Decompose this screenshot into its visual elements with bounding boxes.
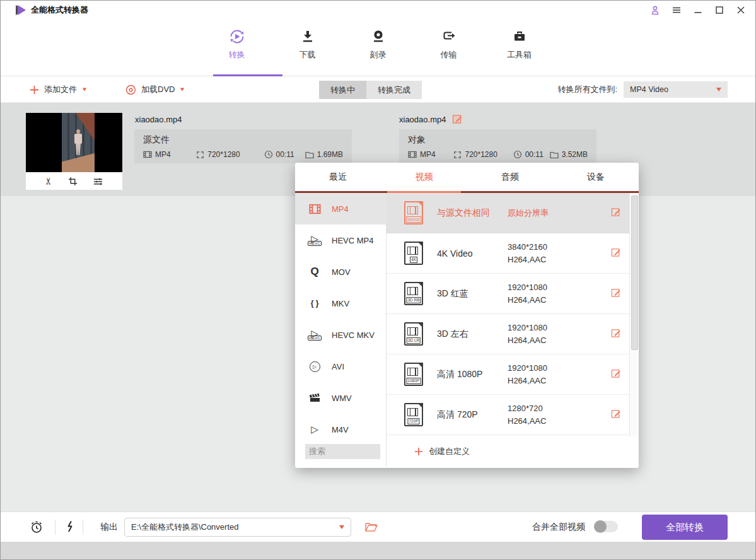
high-speed-icon[interactable] xyxy=(64,520,75,533)
target-info-box: 对象 MP4 720*1280 00:11 3.52MB xyxy=(399,129,596,163)
3d-rb-badge-icon: 3D RB xyxy=(404,282,423,305)
output-path-select[interactable]: E:\全能格式转换器\Converted xyxy=(124,518,351,537)
target-resolution: 720*1280 xyxy=(465,150,497,159)
convert-all-button[interactable]: 全部转换 xyxy=(642,515,728,540)
preset-4k-video[interactable]: 4K 4K Video 3840*2160H264,AAC xyxy=(387,233,639,274)
preset-edit-icon[interactable] xyxy=(611,207,621,219)
tab-transfer[interactable]: 传输 xyxy=(431,28,467,76)
format-item-mov[interactable]: Q MOV xyxy=(295,256,386,288)
convert-status-tabs: 转换中 转换完成 xyxy=(319,81,422,99)
format-picker-panel: 最近 视频 音频 设备 MP4 ▷HEVC HEVC MP4 xyxy=(295,163,639,468)
format-list-column: MP4 ▷HEVC HEVC MP4 Q MOV { } MKV xyxy=(295,193,387,466)
format-item-mp4[interactable]: MP4 xyxy=(295,193,386,225)
preset-edit-icon[interactable] xyxy=(611,409,621,421)
download-icon xyxy=(299,28,316,45)
preset-hd-720p[interactable]: 720P 高清 720P 1280*720H264,AAC xyxy=(387,395,639,435)
format-label: HEVC MKV xyxy=(332,330,375,340)
account-icon[interactable] xyxy=(649,4,661,16)
plus-icon xyxy=(414,447,423,456)
dvd-icon xyxy=(125,85,136,95)
load-dvd-button[interactable]: 加载DVD xyxy=(125,77,185,102)
preset-edit-icon[interactable] xyxy=(611,288,621,300)
chevron-down-icon xyxy=(339,525,344,529)
load-dvd-label: 加载DVD xyxy=(141,84,175,95)
merge-videos-toggle[interactable] xyxy=(594,521,618,532)
output-format-select[interactable]: MP4 Video xyxy=(624,81,728,98)
3d-lr-badge-icon: 3D LR xyxy=(404,322,423,346)
main-nav: 转换 下载 刻录 传输 工具箱 xyxy=(1,20,755,76)
preset-scrollbar[interactable] xyxy=(629,193,639,436)
transfer-icon xyxy=(441,28,457,45)
schedule-icon[interactable] xyxy=(30,520,44,534)
preset-detail: 原始分辨率 xyxy=(508,207,590,219)
close-icon xyxy=(736,5,746,15)
close-button[interactable] xyxy=(735,4,747,16)
maximize-icon xyxy=(714,5,724,15)
minimize-button[interactable] xyxy=(692,4,704,16)
quicktime-icon: Q xyxy=(306,265,323,278)
toggle-knob xyxy=(594,520,607,533)
tab-convert[interactable]: 转换 xyxy=(219,28,255,76)
nav-label-convert: 转换 xyxy=(229,49,245,61)
tab-converting[interactable]: 转换中 xyxy=(319,81,366,99)
merge-videos-label: 合并全部视频 xyxy=(532,522,585,533)
format-label: WMV xyxy=(332,394,352,403)
tab-finished[interactable]: 转换完成 xyxy=(366,81,422,99)
tab-toolbox[interactable]: 工具箱 xyxy=(501,28,538,76)
preset-hd-1080p[interactable]: 1080P 高清 1080P 1920*1080H264,AAC xyxy=(387,354,639,395)
preset-name: 高清 1080P xyxy=(437,369,508,380)
preset-edit-icon[interactable] xyxy=(611,328,621,341)
preset-3d-red-blue[interactable]: 3D RB 3D 红蓝 1920*1080H264,AAC xyxy=(387,274,639,314)
menu-button[interactable] xyxy=(671,4,682,16)
play-outline-icon: ▷ xyxy=(306,426,323,433)
preset-detail: 1920*1080H264,AAC xyxy=(508,322,590,347)
tab-burn[interactable]: 刻录 xyxy=(360,28,397,76)
preset-detail: 1920*1080H264,AAC xyxy=(508,281,590,306)
format-item-hevc-mp4[interactable]: ▷HEVC HEVC MP4 xyxy=(295,225,386,256)
add-files-label: 添加文件 xyxy=(44,84,77,95)
trim-icon[interactable]: ✂ xyxy=(43,177,54,185)
format-panel-tabs: 最近 视频 音频 设备 xyxy=(295,163,639,193)
source-info-title: 源文件 xyxy=(143,134,343,146)
create-custom-button[interactable]: 创建自定义 xyxy=(387,436,639,466)
source-format: MP4 xyxy=(155,150,171,159)
video-thumbnail xyxy=(26,113,122,172)
panel-tab-video[interactable]: 视频 xyxy=(381,163,467,191)
format-item-m4v[interactable]: ▷ M4V xyxy=(295,414,386,436)
panel-tab-audio[interactable]: 音频 xyxy=(467,163,553,191)
active-tab-underline xyxy=(213,74,282,76)
add-files-button[interactable]: 添加文件 xyxy=(30,77,87,102)
window-footer xyxy=(1,542,755,559)
open-folder-icon[interactable] xyxy=(365,522,378,532)
effects-sliders-icon[interactable] xyxy=(93,177,103,186)
preset-edit-icon[interactable] xyxy=(611,247,621,260)
scrollbar-thumb[interactable] xyxy=(631,195,638,350)
format-item-hevc-mkv[interactable]: ▷HEVC HEVC MKV xyxy=(295,319,386,351)
toolbar: 添加文件 加载DVD 转换中 转换完成 转换所有文件到: MP4 Video xyxy=(1,77,755,103)
panel-tab-recent[interactable]: 最近 xyxy=(295,163,381,191)
film-icon xyxy=(408,150,417,159)
rename-edit-icon[interactable] xyxy=(452,114,463,124)
preset-3d-left-right[interactable]: 3D LR 3D 左右 1920*1080H264,AAC xyxy=(387,314,639,354)
create-custom-label: 创建自定义 xyxy=(429,446,470,457)
format-label: AVI xyxy=(332,362,344,371)
preset-detail: 1920*1080H264,AAC xyxy=(508,362,590,387)
tab-download[interactable]: 下载 xyxy=(289,28,326,76)
titlebar: 全能格式转换器 xyxy=(1,1,755,20)
nav-label-transfer: 传输 xyxy=(441,49,457,61)
preset-name: 3D 红蓝 xyxy=(437,288,508,300)
chevron-down-icon xyxy=(83,88,87,91)
format-item-mkv[interactable]: { } MKV xyxy=(295,288,386,319)
target-size: 3.52MB xyxy=(562,150,588,159)
format-search-input[interactable] xyxy=(305,444,380,459)
preset-edit-icon[interactable] xyxy=(611,368,621,381)
crop-icon[interactable] xyxy=(68,177,78,186)
format-item-avi[interactable]: ▷ AVI xyxy=(295,351,386,382)
output-format-value: MP4 Video xyxy=(630,85,668,94)
maximize-button[interactable] xyxy=(714,4,725,16)
convert-all-to-label: 转换所有文件到: xyxy=(557,84,617,95)
panel-tab-device[interactable]: 设备 xyxy=(553,163,639,191)
source-info-box: 源文件 MP4 720*1280 00:11 1.69MB xyxy=(134,129,352,163)
preset-same-as-source[interactable]: source 与源文件相同 原始分辨率 xyxy=(387,193,639,233)
format-item-wmv[interactable]: WMV xyxy=(295,382,386,414)
